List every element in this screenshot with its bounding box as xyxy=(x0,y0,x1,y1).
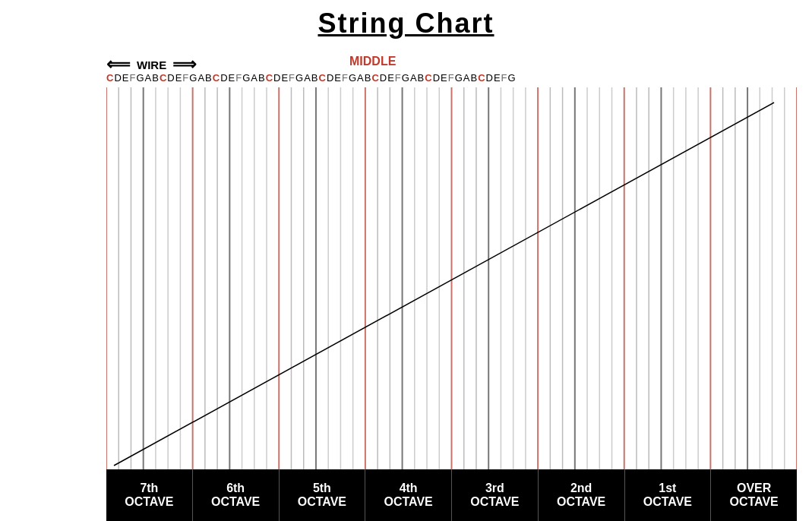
octave-number: OVER xyxy=(737,482,771,495)
note-labels-top: CDEFGABCDEFGABCDEFGABCDEFGABCDEFGABCDEFG… xyxy=(106,72,517,84)
octave-label: OCTAVE xyxy=(643,495,692,509)
octave-number: 4th xyxy=(400,482,418,495)
octave-number: 7th xyxy=(140,482,158,495)
octave-box: OVEROCTAVE xyxy=(711,469,797,521)
svg-line-57 xyxy=(114,103,774,466)
octave-box: 7thOCTAVE xyxy=(106,469,193,521)
octave-label: OCTAVE xyxy=(211,495,260,509)
octave-box: 6thOCTAVE xyxy=(193,469,280,521)
middle-label: MIDDLE xyxy=(349,55,396,68)
diagonal-line-svg xyxy=(106,87,797,469)
octave-number: 2nd xyxy=(570,482,592,495)
page-title: String Chart xyxy=(0,0,812,39)
octave-label: OCTAVE xyxy=(298,495,346,509)
octave-number: 6th xyxy=(226,482,245,495)
chart-area xyxy=(106,87,797,469)
octave-number: 5th xyxy=(313,482,331,495)
octave-label: OCTAVE xyxy=(470,495,519,509)
octave-label: OCTAVE xyxy=(729,495,778,509)
wire-text: WIRE xyxy=(137,58,166,71)
octave-box: 5thOCTAVE xyxy=(280,469,366,521)
octave-labels: 7thOCTAVE6thOCTAVE5thOCTAVE4thOCTAVE3rdO… xyxy=(106,469,797,521)
octave-box: 3rdOCTAVE xyxy=(452,469,539,521)
octave-number: 3rd xyxy=(485,482,504,495)
octave-box: 4thOCTAVE xyxy=(365,469,452,521)
octave-number: 1st xyxy=(659,482,676,495)
octave-label: OCTAVE xyxy=(384,495,432,509)
octave-box: 2ndOCTAVE xyxy=(539,469,625,521)
octave-label: OCTAVE xyxy=(125,495,173,509)
octave-label: OCTAVE xyxy=(557,495,605,509)
main-container: String Chart ⟸ WIRE ⟹ MIDDLE CDEFGABCDEF… xyxy=(0,0,812,521)
octave-box: 1stOCTAVE xyxy=(625,469,712,521)
